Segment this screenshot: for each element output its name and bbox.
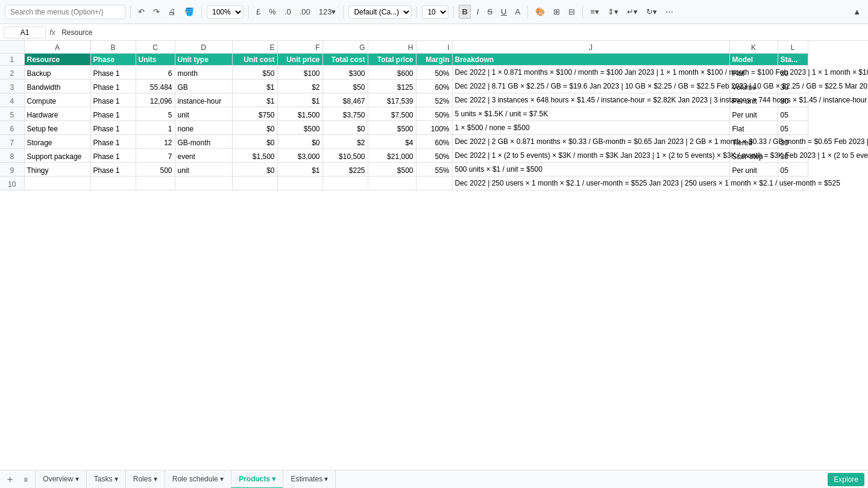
margin-header[interactable]: Margin (416, 53, 452, 65)
percent-button[interactable]: % (266, 5, 278, 18)
unit-type-cell[interactable]: instance-hour (175, 93, 232, 107)
align-button[interactable]: ≡▾ (588, 5, 602, 18)
breakdown-cell[interactable]: Dec 2022 | 1 × 0.871 months × $100 / mon… (452, 65, 729, 79)
resource-cell[interactable] (24, 176, 90, 190)
total-price-cell[interactable]: $500 (368, 120, 416, 134)
unit-type-cell[interactable]: GB (175, 79, 232, 93)
model-header[interactable]: Model (729, 53, 778, 65)
phase-cell[interactable] (90, 176, 136, 190)
explore-button[interactable]: Explore (828, 473, 864, 486)
total-cost-cell[interactable]: $10,500 (322, 148, 368, 162)
italic-button[interactable]: I (474, 5, 482, 18)
total-cost-cell[interactable]: $300 (322, 65, 368, 79)
valign-button[interactable]: ⇕▾ (605, 5, 621, 18)
breakdown-cell[interactable]: Dec 2022 | 250 users × 1 month × $2.1 / … (452, 176, 729, 190)
breakdown-cell[interactable]: Dec 2022 | 8.71 GB × $2.25 / GB = $19.6 … (452, 79, 729, 93)
status-cell[interactable]: 05 (778, 107, 808, 120)
resource-cell[interactable]: Thingy (24, 162, 90, 176)
tab-products[interactable]: Products ▾ (231, 471, 283, 488)
resource-cell[interactable]: Backup (24, 65, 90, 79)
units-cell[interactable] (136, 176, 175, 190)
units-cell[interactable]: 12,096 (136, 93, 175, 107)
col-J-header[interactable]: J (452, 41, 729, 53)
model-cell[interactable]: Per unit (729, 162, 778, 176)
col-F-header[interactable]: F (277, 41, 322, 53)
phase-cell[interactable]: Phase 1 (90, 162, 136, 176)
breakdown-header[interactable]: Breakdown (452, 53, 729, 65)
unit-cost-cell[interactable]: $0 (232, 134, 277, 148)
model-cell[interactable]: Per unit (729, 107, 778, 120)
unit-price-cell[interactable]: $3,000 (277, 148, 322, 162)
total-cost-cell[interactable]: $225 (322, 162, 368, 176)
collapse-button[interactable]: ▲ (851, 5, 863, 18)
undo-button[interactable]: ↶ (136, 5, 147, 18)
unit-cost-cell[interactable]: $50 (232, 65, 277, 79)
font-size-select[interactable]: 10 (422, 5, 448, 19)
more-button[interactable]: ⋯ (663, 5, 676, 18)
font-color-button[interactable]: A (513, 5, 523, 18)
breakdown-cell[interactable]: Dec 2022 | 3 instances × 648 hours × $1.… (452, 93, 729, 107)
zoom-select[interactable]: 100% (207, 5, 244, 19)
margin-cell[interactable]: 60% (416, 79, 452, 93)
underline-button[interactable]: U (498, 5, 509, 18)
phase-cell[interactable]: Phase 1 (90, 107, 136, 120)
unit-price-cell[interactable] (277, 176, 322, 190)
tab-estimates[interactable]: Estimates ▾ (283, 470, 336, 488)
phase-cell[interactable]: Phase 1 (90, 93, 136, 107)
decimal-00-button[interactable]: .00 (297, 5, 313, 18)
rotate-button[interactable]: ↻▾ (644, 5, 659, 18)
tab-overview[interactable]: Overview ▾ (36, 470, 86, 488)
unit-cost-cell[interactable] (232, 176, 277, 190)
total-price-cell[interactable]: $500 (368, 162, 416, 176)
phase-cell[interactable]: Phase 1 (90, 120, 136, 134)
margin-cell[interactable] (416, 176, 452, 190)
total-cost-cell[interactable] (322, 176, 368, 190)
col-L-header[interactable]: L (778, 41, 808, 53)
col-C-header[interactable]: C (136, 41, 175, 53)
unit-type-cell[interactable]: GB-month (175, 134, 232, 148)
unit-cost-cell[interactable]: $750 (232, 107, 277, 120)
margin-cell[interactable]: 55% (416, 162, 452, 176)
phase-header[interactable]: Phase (90, 53, 136, 65)
unit-type-header[interactable]: Unit type (175, 53, 232, 65)
unit-type-cell[interactable]: unit (175, 107, 232, 120)
resource-cell[interactable]: Bandwidth (24, 79, 90, 93)
margin-cell[interactable]: 50% (416, 107, 452, 120)
number-format-button[interactable]: 123▾ (316, 5, 339, 18)
status-header[interactable]: Sta... (778, 53, 808, 65)
col-B-header[interactable]: B (90, 41, 136, 53)
total-cost-cell[interactable]: $8,467 (322, 93, 368, 107)
total-price-cell[interactable]: $600 (368, 65, 416, 79)
unit-type-cell[interactable] (175, 176, 232, 190)
unit-cost-cell[interactable]: $1 (232, 93, 277, 107)
total-price-cell[interactable]: $21,000 (368, 148, 416, 162)
col-A-header[interactable]: A (24, 41, 90, 53)
col-G-header[interactable]: G (322, 41, 368, 53)
print-button[interactable]: 🖨 (166, 5, 178, 18)
unit-cost-header[interactable]: Unit cost (232, 53, 277, 65)
col-H-header[interactable]: H (368, 41, 416, 53)
margin-cell[interactable]: 50% (416, 65, 452, 79)
model-cell[interactable]: Flat (729, 120, 778, 134)
resource-header[interactable]: Resource (24, 53, 90, 65)
unit-price-cell[interactable]: $0 (277, 134, 322, 148)
breakdown-cell[interactable]: 500 units × $1 / unit = $500 (452, 162, 729, 176)
unit-cost-cell[interactable]: $1,500 (232, 148, 277, 162)
units-cell[interactable]: 1 (136, 120, 175, 134)
units-cell[interactable]: 6 (136, 65, 175, 79)
units-cell[interactable]: 500 (136, 162, 175, 176)
resource-cell[interactable]: Hardware (24, 107, 90, 120)
unit-type-cell[interactable]: unit (175, 162, 232, 176)
redo-button[interactable]: ↷ (151, 5, 162, 18)
col-I-header[interactable]: I (416, 41, 452, 53)
units-cell[interactable]: 12 (136, 134, 175, 148)
total-cost-cell[interactable]: $0 (322, 120, 368, 134)
resource-cell[interactable]: Support package (24, 148, 90, 162)
merge-button[interactable]: ⊟ (566, 5, 577, 18)
units-cell[interactable]: 5 (136, 107, 175, 120)
unit-cost-cell[interactable]: $0 (232, 162, 277, 176)
col-K-header[interactable]: K (729, 41, 778, 53)
phase-cell[interactable]: Phase 1 (90, 148, 136, 162)
wrap-button[interactable]: ↵▾ (624, 5, 640, 18)
margin-cell[interactable]: 52% (416, 93, 452, 107)
